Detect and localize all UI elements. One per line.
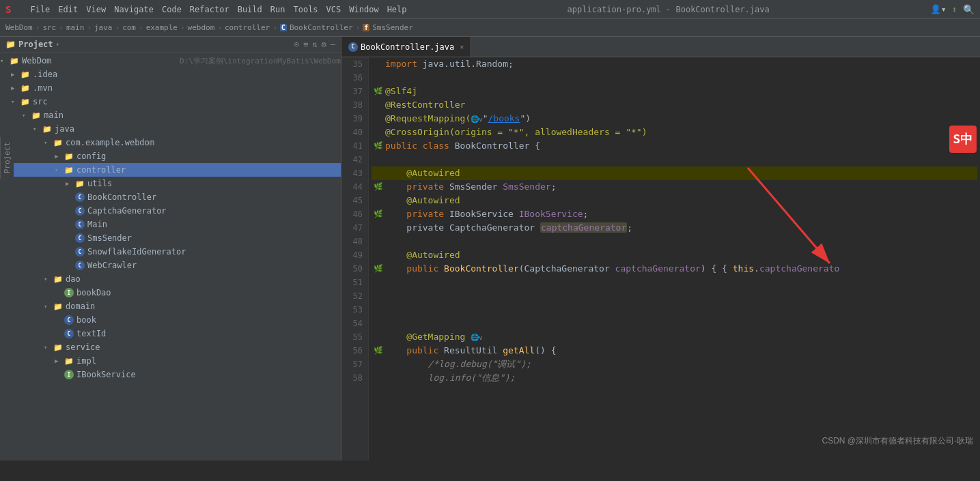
tree-item-dao[interactable]: ▾📁dao [0,272,341,286]
breadcrumb-webdom[interactable]: WebDom [5,23,33,32]
tree-arrow: ▾ [44,303,53,310]
tree-item-BookController[interactable]: CBookController [0,190,341,204]
java-class-icon: C [75,233,85,244]
code-segment: @Autowired [385,195,460,205]
breadcrumb-src[interactable]: src [42,23,56,32]
breadcrumb-bookcontroller[interactable]: BookController [290,23,353,32]
tree-item-label: book [76,315,341,325]
tree-item-controller[interactable]: ▾📁controller [0,163,341,177]
tab-bookcontroller[interactable]: C BookController.java ✕ [341,37,471,57]
menu-tools[interactable]: Tools [293,5,318,14]
tree-item-Main[interactable]: CMain [0,218,341,231]
breadcrumb-example[interactable]: example [146,23,178,32]
tree-arrow: ▶ [11,71,20,78]
breadcrumb-smssender[interactable]: SmsSender [372,23,413,32]
tree-arrow: ▾ [44,139,53,146]
tree-arrow: ▶ [66,180,75,187]
menu-navigate[interactable]: Navigate [114,5,154,14]
code-area[interactable]: 3536373839404142434445464748495051525354… [341,57,980,461]
menu-code[interactable]: Code [162,5,182,14]
menu-refactor[interactable]: Refactor [190,5,229,14]
tree-item-service[interactable]: ▾📁service [0,340,341,354]
code-line [372,71,977,85]
line-number: 45 [347,194,363,207]
line-number: 50 [347,262,363,276]
java-class-icon: C [64,315,74,325]
menu-view[interactable]: View [86,5,106,14]
menu-build[interactable]: Build [238,5,262,14]
tree-item-bookDao[interactable]: IbookDao [0,286,341,300]
tree-arrow: ▾ [44,344,53,351]
tree-item-WebCrawler[interactable]: CWebCrawler [0,259,341,272]
code-text [385,71,977,85]
code-segment: @RequestMapping( [385,113,471,123]
tab-close-icon[interactable]: ✕ [460,43,464,50]
tree-item-config[interactable]: ▶📁config [0,149,341,163]
tree-item-impl[interactable]: ▶📁impl [0,354,341,368]
menu-help[interactable]: Help [387,5,407,14]
folder-icon: 📁 [53,302,63,311]
breadcrumb-com[interactable]: com [122,23,136,32]
tree-item-main[interactable]: ▾📁main [0,108,341,122]
project-side-tab[interactable]: Project [0,136,14,179]
tree-item-label: domain [66,302,341,311]
tree-item-IBookService[interactable]: IIBookService [0,368,341,381]
folder-icon: 📁 [53,139,63,147]
hide-icon[interactable]: — [331,40,335,49]
line-number: 40 [347,126,363,139]
tree-item-domain[interactable]: ▾📁domain [0,300,341,313]
breadcrumb-main[interactable]: main [66,23,85,32]
sort-icon[interactable]: ⇅ [312,40,317,49]
collapse-icon[interactable]: ≡ [303,40,308,49]
tree-item-idea[interactable]: ▶📁.idea [0,68,341,81]
tree-item-CaptchaGenerator[interactable]: CCaptchaGenerator [0,204,341,218]
java-class-icon: C [75,261,85,271]
breadcrumb-java[interactable]: java [94,23,113,32]
breadcrumb-controller[interactable]: controller [225,23,270,32]
line-number: 58 [347,371,363,385]
tree-item-com-example-webdom[interactable]: ▾📁com.example.webdom [0,136,341,149]
code-segment: @GetMapping [385,332,471,342]
menu-file[interactable]: File [30,5,50,14]
project-dropdown-arrow[interactable]: ▾ [56,41,59,48]
code-segment: 🌐 [471,334,479,341]
tree-item-mvn[interactable]: ▶📁.mvn [0,81,341,95]
breadcrumb-webdom2[interactable]: webdom [188,23,215,32]
tree-arrow: ▾ [44,276,53,282]
tree-item-src[interactable]: ▾📁src [0,95,341,108]
search-icon[interactable]: 🔍 [963,4,975,15]
code-segment: @CrossOrigin(origins = "*", allowedHeade… [385,127,647,137]
code-line: @Autowired [372,248,977,262]
menu-run[interactable]: Run [270,5,285,14]
code-segment[interactable]: /books [488,113,520,123]
bean-gutter-icon: 🌿 [372,85,385,98]
code-segment: private CaptchaGenerator [385,222,540,233]
vcs-icon[interactable]: ⬆ [952,4,957,15]
menu-vcs[interactable]: VCS [326,5,341,14]
tree-item-webdom-root[interactable]: ▾📁WebDomD:\学习案例\integrationMyBatis\WebDo… [0,54,341,68]
tree-arrow: ▾ [33,126,42,132]
code-text: public BookController(CaptchaGenerator c… [385,262,977,276]
line-number: 41 [347,139,363,153]
tree-item-label: WebCrawler [87,261,341,270]
tree-item-SmsSender[interactable]: CSmsSender [0,231,341,245]
scope-icon[interactable]: ⊙ [294,40,299,49]
java-interface-icon: I [64,370,74,380]
java-class-icon: C [75,192,85,203]
window-title: application-pro.yml - BookController.jav… [568,5,770,14]
code-text: @Autowired [385,166,977,180]
tree-arrow: ▶ [55,358,64,364]
tree-item-java[interactable]: ▾📁java [0,122,341,136]
user-icon[interactable]: 👤▾ [930,4,947,14]
menu-window[interactable]: Window [349,5,378,14]
project-tree: ▾📁WebDomD:\学习案例\integrationMyBatis\WebDo… [0,53,341,461]
tree-item-textId[interactable]: CtextId [0,327,341,340]
tree-item-label: dao [66,274,341,284]
tree-item-SnowflakeIdGenerator[interactable]: CSnowflakeIdGenerator [0,245,341,259]
code-line [372,235,977,248]
settings-icon[interactable]: ⚙ [322,40,326,49]
menu-edit[interactable]: Edit [58,5,78,14]
tree-item-book[interactable]: Cbook [0,313,341,327]
code-content[interactable]: import java.util.Random; 🌿@Slf4j@RestCon… [369,57,980,461]
tree-item-utils[interactable]: ▶📁utils [0,177,341,190]
